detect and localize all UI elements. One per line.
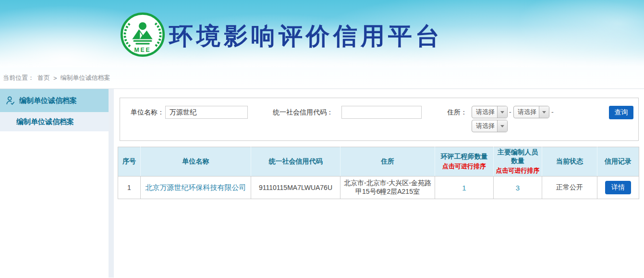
unit-name-label: 单位名称：	[131, 106, 164, 119]
cell-address: 北京市-北京市-大兴区-金苑路甲15号6幢2层A215室	[340, 177, 435, 199]
col-header-index: 序号	[118, 147, 141, 177]
breadcrumb-current: 编制单位诚信档案	[61, 74, 110, 82]
sidebar-subitem-label: 编制单位诚信档案	[16, 117, 74, 126]
sidebar-subitem-unit-credit-archive[interactable]: 编制单位诚信档案	[0, 112, 109, 131]
col-header-credit-code: 统一社会信用代码	[251, 147, 340, 177]
breadcrumb: 当前位置： 首页 > 编制单位诚信档案	[0, 67, 644, 89]
sort-hint[interactable]: 点击可进行排序	[436, 162, 492, 171]
address-dash: -	[551, 106, 554, 118]
credit-code-input[interactable]	[341, 106, 422, 119]
table-header-row: 序号 单位名称 统一社会信用代码 住所 环评工程师数量 点击可进行排序 主要编制…	[118, 147, 639, 177]
city-select[interactable]: 请选择	[513, 106, 549, 118]
col-header-address: 住所	[340, 147, 435, 177]
col-header-status: 当前状态	[542, 147, 597, 177]
cell-status: 正常公开	[542, 177, 597, 199]
col-header-company: 单位名称	[141, 147, 251, 177]
breadcrumb-home-link[interactable]: 首页	[37, 74, 50, 82]
sidebar: 编制单位诚信档案 编制单位诚信档案	[0, 89, 109, 131]
chevron-down-icon[interactable]	[497, 120, 507, 132]
chevron-down-icon[interactable]	[539, 106, 549, 118]
district-select[interactable]: 请选择	[472, 120, 508, 132]
col-header-staff-count-sortable[interactable]: 主要编制人员数量 点击可进行排序	[494, 147, 542, 177]
credit-code-label: 统一社会信用代码：	[273, 106, 333, 119]
user-check-icon	[5, 95, 16, 106]
col-header-engineer-count-sortable[interactable]: 环评工程师数量 点击可进行排序	[435, 147, 494, 177]
unit-name-input[interactable]	[165, 106, 248, 119]
province-select[interactable]: 请选择	[472, 106, 508, 118]
site-header: MEE 环境影响评价信用平台	[0, 0, 644, 67]
address-label: 住所：	[447, 106, 467, 119]
col-header-credit-record: 信用记录	[597, 147, 639, 177]
sort-hint[interactable]: 点击可进行排序	[495, 166, 541, 175]
cell-index: 1	[118, 177, 141, 199]
cell-credit-code: 91110115MA7LWUA76U	[251, 177, 340, 199]
mee-logo-icon: MEE	[120, 12, 165, 57]
sidebar-item-unit-credit-archive[interactable]: 编制单位诚信档案	[0, 89, 109, 112]
sidebar-item-label: 编制单位诚信档案	[19, 96, 77, 105]
chevron-down-icon[interactable]	[497, 106, 507, 118]
engineer-count-link[interactable]: 1	[462, 184, 466, 192]
detail-button[interactable]: 详情	[605, 181, 631, 194]
results-table: 序号 单位名称 统一社会信用代码 住所 环评工程师数量 点击可进行排序 主要编制…	[118, 147, 639, 199]
breadcrumb-separator: >	[53, 75, 57, 82]
content-area: 编制单位诚信档案 编制单位诚信档案 单位名称： 统一社会信用代码： 住所： 请选…	[0, 89, 644, 278]
company-name-link[interactable]: 北京万源世纪环保科技有限公司	[146, 183, 246, 191]
table-row: 1 北京万源世纪环保科技有限公司 91110115MA7LWUA76U 北京市-…	[118, 177, 639, 199]
address-dash: -	[509, 106, 511, 118]
main-panel: 单位名称： 统一社会信用代码： 住所： 请选择 - 请选择 - 请选择 查询	[114, 89, 644, 278]
staff-count-link[interactable]: 3	[516, 184, 520, 192]
sidebar-divider	[109, 89, 114, 278]
site-title: 环境影响评价信用平台	[169, 20, 443, 52]
breadcrumb-prefix: 当前位置：	[3, 74, 34, 82]
query-button[interactable]: 查询	[609, 106, 633, 119]
logo-text: MEE	[134, 47, 151, 53]
search-panel: 单位名称： 统一社会信用代码： 住所： 请选择 - 请选择 - 请选择 查询	[120, 98, 639, 141]
